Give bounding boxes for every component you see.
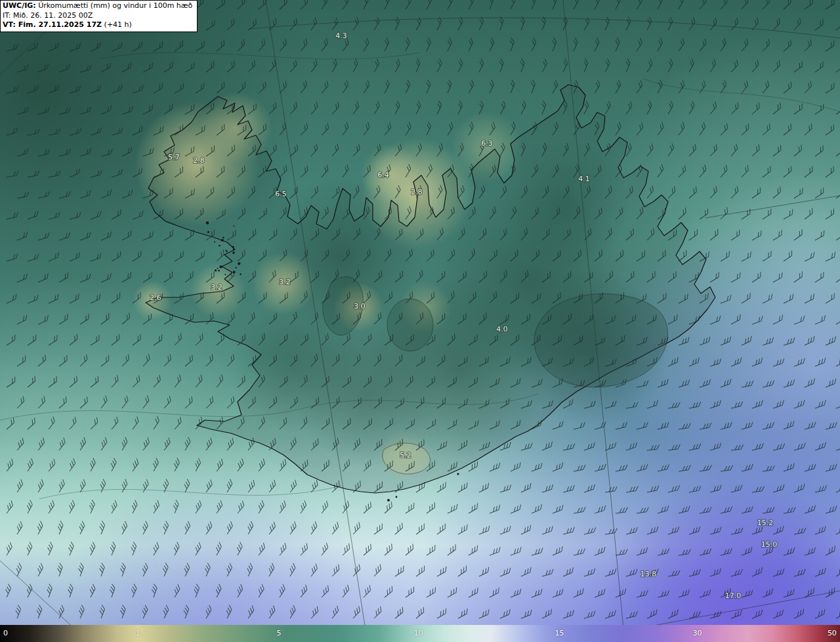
map-title-text: Úrkomumætti (mm) og vindur i 100m hæð	[36, 1, 193, 10]
colorbar-label: 0	[3, 629, 8, 637]
contour-label: 4.3	[335, 32, 347, 40]
colorbar-labels: 01510153050	[0, 625, 840, 642]
title-box: UWC/IG: Úrkomumætti (mm) og vindur i 100…	[0, 0, 198, 32]
contour-label: 3.0	[354, 302, 366, 310]
contour-label: 3.2	[211, 283, 222, 291]
contour-label: 6.5	[275, 190, 287, 198]
contour-label: 5.7	[168, 153, 180, 161]
colorbar-label: 15	[555, 629, 564, 637]
weather-map-stage: 4.35.72.86.46.52.86.34.13.23.22.63.04.05…	[0, 0, 840, 642]
contour-label: 2.6	[150, 293, 161, 302]
colorbar-label: 50	[828, 629, 837, 637]
contour-label: 15.2	[757, 519, 774, 527]
contour-label: 4.1	[578, 175, 590, 183]
contour-label: 2.8	[193, 156, 205, 165]
init-time-line: IT: Mið. 26. 11. 2025 00Z	[3, 11, 192, 21]
contour-label: 2.8	[411, 188, 423, 196]
colorbar-label: 10	[413, 629, 423, 637]
colorbar-label: 30	[692, 629, 702, 637]
contour-label: 17.0	[725, 591, 742, 600]
contour-label: 3.2	[279, 278, 291, 286]
contour-label: 4.0	[496, 325, 508, 333]
valid-time-offset: (+41 h)	[102, 20, 132, 29]
precip-wind-map: 4.35.72.86.46.52.86.34.13.23.22.63.04.05…	[0, 0, 840, 642]
map-title-line: UWC/IG: Úrkomumætti (mm) og vindur i 100…	[3, 1, 192, 11]
valid-time-bold: VT: Fim. 27.11.2025 17Z	[3, 20, 102, 29]
contour-label: 5.2	[400, 451, 411, 460]
colorbar-label: 5	[276, 629, 281, 637]
colorbar: 01510153050	[0, 625, 840, 642]
valid-time-line: VT: Fim. 27.11.2025 17Z (+41 h)	[3, 20, 192, 30]
colorbar-label: 1	[135, 629, 140, 637]
contour-label: 15.0	[761, 540, 778, 549]
model-id-label: UWC/IG:	[3, 1, 36, 10]
contour-label: 6.3	[481, 139, 493, 148]
contour-label: 6.4	[377, 171, 389, 179]
contour-label: 13.8	[640, 570, 657, 578]
